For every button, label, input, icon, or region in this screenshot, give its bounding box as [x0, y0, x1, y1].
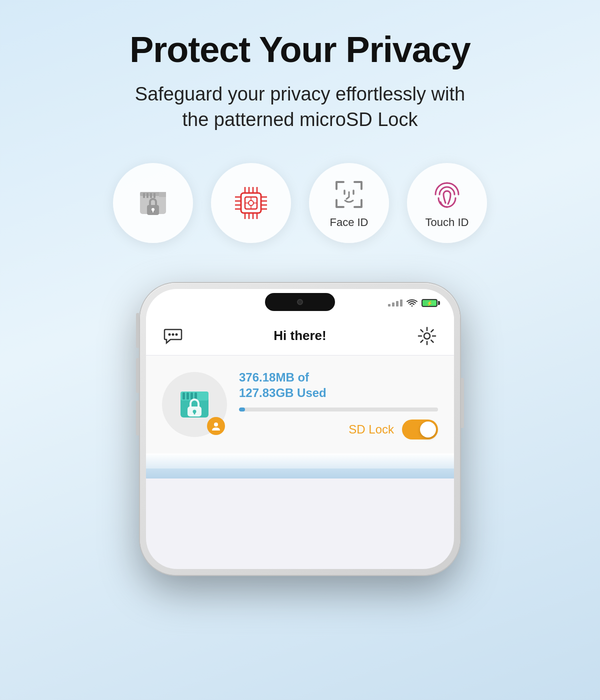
camera-indicator: [297, 299, 303, 305]
svg-point-36: [172, 333, 174, 336]
user-badge: [207, 417, 225, 435]
toggle-knob: [420, 422, 436, 438]
face-id-label: Face ID: [330, 216, 368, 229]
app-title: Hi there!: [184, 328, 416, 344]
app-content: Hi there!: [146, 317, 454, 478]
svg-rect-5: [150, 193, 152, 198]
settings-icon: [418, 326, 436, 346]
phone-screen: ⚡: [146, 289, 454, 569]
svg-rect-44: [194, 392, 197, 400]
status-right: ⚡: [388, 299, 440, 307]
touch-id-label: Touch ID: [426, 216, 469, 229]
svg-point-32: [248, 200, 254, 206]
wifi-icon: [406, 299, 418, 307]
settings-button[interactable]: [416, 325, 438, 347]
feature-icons-row: Face ID Touch ID: [113, 163, 487, 243]
chat-icon: [164, 328, 182, 344]
storage-progress-fill: [239, 408, 245, 412]
storage-progress-bar: [239, 408, 438, 412]
svg-rect-41: [182, 392, 185, 400]
svg-point-35: [168, 333, 171, 336]
sd-lock-feature: [113, 163, 193, 243]
svg-marker-2: [159, 192, 166, 197]
svg-point-48: [214, 422, 218, 426]
page-container: Protect Your Privacy Safeguard your priv…: [0, 0, 600, 700]
chip-feature: [211, 163, 291, 243]
svg-point-37: [176, 333, 178, 336]
touch-id-feature: Touch ID: [407, 163, 487, 243]
sd-lock-toggle[interactable]: [402, 420, 438, 440]
svg-rect-10: [241, 193, 261, 213]
sd-lock-icon: [133, 183, 173, 223]
user-icon: [210, 420, 222, 432]
phone-mockup: ⚡: [125, 283, 475, 575]
app-header: Hi there!: [146, 317, 454, 355]
chat-button[interactable]: [162, 325, 184, 347]
svg-rect-4: [146, 193, 148, 198]
svg-rect-47: [194, 412, 196, 414]
sd-lock-row: SD Lock: [239, 420, 438, 440]
battery-icon: ⚡: [422, 299, 440, 307]
sd-info-right: 376.18MB of 127.83GB Used SD Lock: [239, 370, 438, 440]
svg-rect-43: [190, 392, 193, 400]
svg-rect-42: [186, 392, 189, 400]
dynamic-island: [265, 293, 335, 311]
svg-point-38: [424, 333, 430, 339]
sd-info-section: 376.18MB of 127.83GB Used SD Lock: [146, 356, 454, 454]
phone-outer-frame: ⚡: [140, 283, 460, 575]
svg-rect-6: [154, 193, 156, 198]
sd-card-visual: [162, 372, 227, 437]
storage-text: 376.18MB of 127.83GB Used: [239, 370, 438, 400]
face-id-feature: Face ID: [309, 163, 389, 243]
chip-icon: [231, 183, 271, 223]
svg-rect-3: [143, 193, 145, 198]
status-bar: ⚡: [146, 289, 454, 317]
face-id-svg-icon: [332, 177, 366, 212]
touch-id-svg-icon: [430, 177, 464, 212]
signal-indicator: [388, 300, 402, 306]
svg-rect-9: [152, 210, 154, 212]
sd-card-app-icon: [174, 384, 214, 424]
sd-lock-label: SD Lock: [348, 422, 394, 436]
page-headline: Protect Your Privacy: [130, 30, 470, 70]
page-subtitle: Safeguard your privacy effortlessly with…: [135, 82, 465, 133]
bottom-peek: [146, 454, 454, 478]
